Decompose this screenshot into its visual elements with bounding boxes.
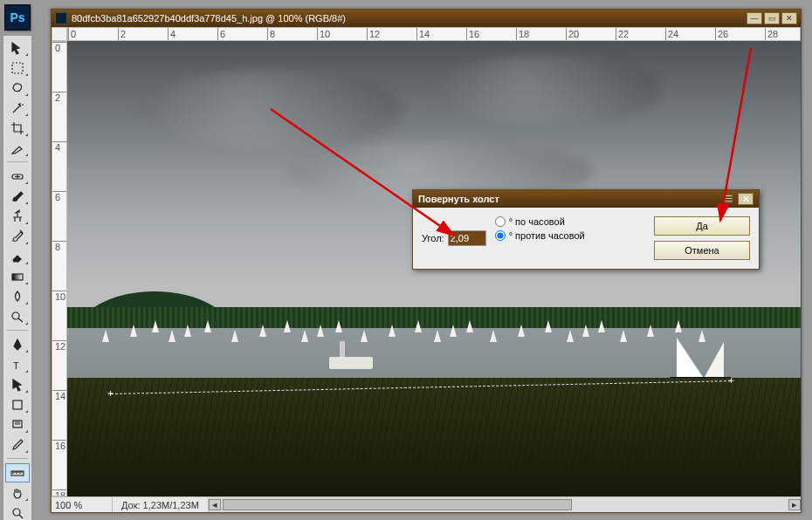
tool-notes[interactable] <box>5 415 30 434</box>
tool-zoom[interactable] <box>5 503 30 520</box>
small-sail <box>204 320 211 332</box>
cw-label: ° по часовой <box>509 216 565 227</box>
document-title: 80dfcb3ba81a652927b40ddf3a778d45_h.jpg @… <box>72 13 745 24</box>
small-sail <box>184 325 191 337</box>
tool-brush[interactable] <box>5 187 30 206</box>
zoom-readout[interactable]: 100 % <box>52 497 113 512</box>
tool-eyedropper[interactable] <box>5 435 30 455</box>
small-sail <box>647 325 654 337</box>
small-sail <box>259 325 266 337</box>
status-bar: 100 % Док: 1,23M/1,23M ◂ ▸ <box>52 496 801 512</box>
tool-type[interactable]: T <box>5 355 30 374</box>
small-sail <box>545 320 552 332</box>
small-sail <box>130 325 137 337</box>
treeline <box>67 307 801 328</box>
small-sail <box>415 320 422 332</box>
close-button[interactable]: ✕ <box>781 12 797 24</box>
ruler-horizontal[interactable]: 0246810121416182022242628 <box>67 27 801 41</box>
tool-sep-2 <box>5 327 30 334</box>
scroll-thumb[interactable] <box>223 499 572 510</box>
tool-sep-3 <box>5 455 30 462</box>
tool-clone[interactable] <box>5 207 30 226</box>
small-sail <box>598 320 605 332</box>
tool-pen[interactable] <box>5 335 30 354</box>
small-sail <box>169 330 175 342</box>
tool-palette: T <box>3 35 32 520</box>
ruler-corner <box>52 27 67 41</box>
small-sail <box>466 320 473 332</box>
scroll-left-arrow[interactable]: ◂ <box>209 499 221 510</box>
tool-eraser[interactable] <box>5 247 30 266</box>
document-icon <box>55 12 67 24</box>
small-sail <box>317 325 324 337</box>
small-sail <box>335 320 342 332</box>
maximize-button[interactable]: ▭ <box>764 12 780 24</box>
angle-label: Угол: <box>422 233 444 243</box>
svg-point-3 <box>12 312 19 319</box>
tool-crop[interactable] <box>5 119 30 138</box>
small-sail <box>389 325 396 337</box>
small-sail <box>301 330 308 342</box>
small-sail <box>620 330 627 342</box>
ruler-vertical[interactable]: 024681012141618 <box>52 41 67 496</box>
small-sail <box>450 325 457 337</box>
minimize-button[interactable]: — <box>747 12 762 24</box>
small-sail <box>361 330 368 342</box>
small-sail <box>284 320 291 332</box>
ccw-radio[interactable] <box>495 230 506 241</box>
small-sail <box>490 330 497 342</box>
svg-rect-0 <box>12 63 23 73</box>
cw-radio[interactable] <box>495 216 506 227</box>
tool-sep-1 <box>5 159 30 166</box>
dialog-grip-icon <box>724 195 733 203</box>
small-sail <box>567 330 574 342</box>
small-sail <box>582 325 589 337</box>
tool-hand[interactable] <box>5 483 30 503</box>
dialog-title: Повернуть холст <box>418 194 724 204</box>
document-titlebar[interactable]: 80dfcb3ba81a652927b40ddf3a778d45_h.jpg @… <box>52 10 801 27</box>
rotate-canvas-dialog: Повернуть холст ✕ Угол: ° по часовой ° п… <box>412 189 760 270</box>
tool-dodge[interactable] <box>5 307 30 326</box>
scroll-right-arrow[interactable]: ▸ <box>788 499 801 510</box>
tool-healing[interactable] <box>5 167 30 186</box>
dialog-titlebar[interactable]: Повернуть холст ✕ <box>413 190 759 208</box>
tool-slice[interactable] <box>5 139 30 158</box>
svg-text:T: T <box>13 360 19 371</box>
tool-wand[interactable] <box>5 99 30 118</box>
tool-blur[interactable] <box>5 287 30 306</box>
tool-history-brush[interactable] <box>5 227 30 246</box>
small-sail <box>434 330 441 342</box>
boat <box>329 357 373 369</box>
ok-button[interactable]: Да <box>654 216 750 236</box>
tool-marquee[interactable] <box>5 58 30 78</box>
h-scrollbar[interactable]: ◂ ▸ <box>208 497 801 512</box>
dialog-close-button[interactable]: ✕ <box>738 193 754 205</box>
tool-lasso[interactable] <box>5 79 30 98</box>
ccw-label: ° против часовой <box>509 230 585 241</box>
reeds <box>67 378 801 496</box>
small-sail <box>518 325 525 337</box>
app-badge-label: Ps <box>10 10 24 24</box>
svg-point-8 <box>13 509 20 516</box>
small-sail <box>675 320 682 332</box>
small-sail <box>231 330 238 342</box>
cancel-button[interactable]: Отмена <box>654 241 750 260</box>
tool-ruler[interactable] <box>5 463 30 482</box>
small-sail <box>102 330 109 342</box>
svg-rect-5 <box>13 400 22 409</box>
cw-option[interactable]: ° по часовой <box>495 216 585 227</box>
sky <box>67 41 801 328</box>
tool-gradient[interactable] <box>5 267 30 286</box>
ccw-option[interactable]: ° против часовой <box>495 230 585 241</box>
app-badge: Ps <box>4 4 31 31</box>
tool-move[interactable] <box>5 38 30 58</box>
svg-rect-2 <box>12 274 23 280</box>
doc-size-readout: Док: 1,23M/1,23M <box>113 500 208 510</box>
small-sail <box>152 320 159 332</box>
tool-path-select[interactable] <box>5 375 30 394</box>
tool-shape[interactable] <box>5 395 30 414</box>
angle-input[interactable] <box>448 230 486 246</box>
